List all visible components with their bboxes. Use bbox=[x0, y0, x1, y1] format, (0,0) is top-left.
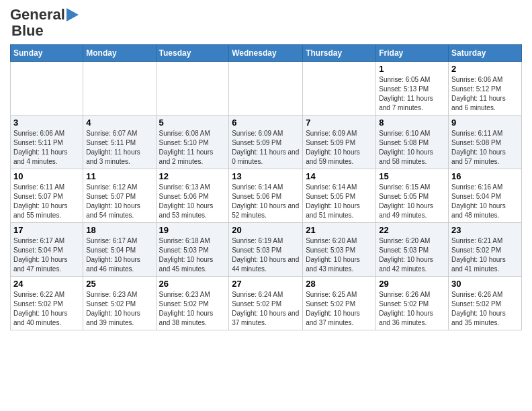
calendar-cell: 30Sunrise: 6:26 AM Sunset: 5:02 PM Dayli… bbox=[449, 277, 522, 330]
calendar-cell: 7Sunrise: 6:09 AM Sunset: 5:09 PM Daylig… bbox=[303, 116, 376, 169]
calendar-cell: 29Sunrise: 6:26 AM Sunset: 5:02 PM Dayli… bbox=[376, 277, 449, 330]
day-info: Sunrise: 6:14 AM Sunset: 5:05 PM Dayligh… bbox=[306, 183, 373, 220]
day-info: Sunrise: 6:18 AM Sunset: 5:03 PM Dayligh… bbox=[159, 236, 226, 274]
calendar-week-row: 17Sunrise: 6:17 AM Sunset: 5:04 PM Dayli… bbox=[11, 223, 522, 277]
day-info: Sunrise: 6:19 AM Sunset: 5:03 PM Dayligh… bbox=[232, 236, 300, 274]
day-info: Sunrise: 6:05 AM Sunset: 5:13 PM Dayligh… bbox=[379, 75, 445, 113]
calendar-header-row: SundayMondayTuesdayWednesdayThursdayFrid… bbox=[11, 45, 522, 62]
day-info: Sunrise: 6:15 AM Sunset: 5:05 PM Dayligh… bbox=[379, 183, 445, 220]
day-number: 28 bbox=[306, 279, 373, 289]
day-number: 27 bbox=[232, 279, 300, 289]
day-info: Sunrise: 6:13 AM Sunset: 5:06 PM Dayligh… bbox=[159, 183, 226, 220]
calendar-cell: 23Sunrise: 6:21 AM Sunset: 5:02 PM Dayli… bbox=[449, 223, 522, 277]
calendar-cell: 25Sunrise: 6:23 AM Sunset: 5:02 PM Dayli… bbox=[83, 277, 156, 330]
day-info: Sunrise: 6:26 AM Sunset: 5:02 PM Dayligh… bbox=[451, 290, 519, 328]
day-number: 3 bbox=[13, 118, 80, 128]
weekday-header: Wednesday bbox=[229, 45, 303, 62]
calendar-cell: 2Sunrise: 6:06 AM Sunset: 5:12 PM Daylig… bbox=[449, 62, 522, 116]
day-info: Sunrise: 6:17 AM Sunset: 5:04 PM Dayligh… bbox=[13, 236, 80, 274]
day-info: Sunrise: 6:09 AM Sunset: 5:09 PM Dayligh… bbox=[306, 129, 373, 167]
day-number: 21 bbox=[306, 225, 373, 235]
logo-blue: Blue bbox=[11, 23, 44, 39]
calendar-cell: 5Sunrise: 6:08 AM Sunset: 5:10 PM Daylig… bbox=[156, 116, 229, 169]
day-info: Sunrise: 6:23 AM Sunset: 5:02 PM Dayligh… bbox=[159, 290, 226, 328]
day-number: 26 bbox=[159, 279, 226, 289]
page-header: General Blue bbox=[10, 7, 522, 39]
calendar-cell: 15Sunrise: 6:15 AM Sunset: 5:05 PM Dayli… bbox=[376, 169, 449, 223]
day-number: 25 bbox=[86, 279, 152, 289]
calendar-cell bbox=[83, 62, 156, 116]
day-number: 15 bbox=[379, 171, 445, 181]
day-number: 17 bbox=[13, 225, 80, 235]
calendar-cell: 26Sunrise: 6:23 AM Sunset: 5:02 PM Dayli… bbox=[156, 277, 229, 330]
day-info: Sunrise: 6:11 AM Sunset: 5:08 PM Dayligh… bbox=[451, 129, 519, 167]
day-info: Sunrise: 6:24 AM Sunset: 5:02 PM Dayligh… bbox=[232, 290, 300, 328]
logo-arrow-icon bbox=[66, 8, 79, 21]
day-number: 29 bbox=[379, 279, 445, 289]
day-info: Sunrise: 6:16 AM Sunset: 5:04 PM Dayligh… bbox=[451, 183, 519, 220]
day-info: Sunrise: 6:08 AM Sunset: 5:10 PM Dayligh… bbox=[159, 129, 226, 167]
day-number: 23 bbox=[451, 225, 519, 235]
calendar-week-row: 1Sunrise: 6:05 AM Sunset: 5:13 PM Daylig… bbox=[11, 62, 522, 116]
day-number: 14 bbox=[306, 171, 373, 181]
day-number: 11 bbox=[86, 171, 152, 181]
day-number: 13 bbox=[232, 171, 300, 181]
day-number: 30 bbox=[451, 279, 519, 289]
calendar-cell: 8Sunrise: 6:10 AM Sunset: 5:08 PM Daylig… bbox=[376, 116, 449, 169]
calendar-cell: 28Sunrise: 6:25 AM Sunset: 5:02 PM Dayli… bbox=[303, 277, 376, 330]
logo: General Blue bbox=[10, 7, 79, 39]
calendar-cell: 12Sunrise: 6:13 AM Sunset: 5:06 PM Dayli… bbox=[156, 169, 229, 223]
calendar-cell: 27Sunrise: 6:24 AM Sunset: 5:02 PM Dayli… bbox=[229, 277, 303, 330]
calendar-week-row: 3Sunrise: 6:06 AM Sunset: 5:11 PM Daylig… bbox=[11, 116, 522, 169]
calendar-week-row: 10Sunrise: 6:11 AM Sunset: 5:07 PM Dayli… bbox=[11, 169, 522, 223]
calendar-cell: 11Sunrise: 6:12 AM Sunset: 5:07 PM Dayli… bbox=[83, 169, 156, 223]
weekday-header: Saturday bbox=[449, 45, 522, 62]
calendar-table: SundayMondayTuesdayWednesdayThursdayFrid… bbox=[10, 44, 522, 330]
calendar-cell: 22Sunrise: 6:20 AM Sunset: 5:03 PM Dayli… bbox=[376, 223, 449, 277]
day-number: 10 bbox=[13, 171, 80, 181]
calendar-cell: 6Sunrise: 6:09 AM Sunset: 5:09 PM Daylig… bbox=[229, 116, 303, 169]
logo-general: General bbox=[10, 7, 65, 23]
day-number: 19 bbox=[159, 225, 226, 235]
calendar-cell: 1Sunrise: 6:05 AM Sunset: 5:13 PM Daylig… bbox=[376, 62, 449, 116]
day-number: 18 bbox=[86, 225, 152, 235]
calendar-cell: 16Sunrise: 6:16 AM Sunset: 5:04 PM Dayli… bbox=[449, 169, 522, 223]
day-number: 12 bbox=[159, 171, 226, 181]
calendar-cell: 18Sunrise: 6:17 AM Sunset: 5:04 PM Dayli… bbox=[83, 223, 156, 277]
day-info: Sunrise: 6:26 AM Sunset: 5:02 PM Dayligh… bbox=[379, 290, 445, 328]
calendar-cell: 9Sunrise: 6:11 AM Sunset: 5:08 PM Daylig… bbox=[449, 116, 522, 169]
day-number: 16 bbox=[451, 171, 519, 181]
calendar-cell: 21Sunrise: 6:20 AM Sunset: 5:03 PM Dayli… bbox=[303, 223, 376, 277]
day-number: 9 bbox=[451, 118, 519, 128]
day-info: Sunrise: 6:12 AM Sunset: 5:07 PM Dayligh… bbox=[86, 183, 152, 220]
calendar-cell bbox=[229, 62, 303, 116]
day-info: Sunrise: 6:22 AM Sunset: 5:02 PM Dayligh… bbox=[13, 290, 80, 328]
day-info: Sunrise: 6:06 AM Sunset: 5:11 PM Dayligh… bbox=[13, 129, 80, 167]
weekday-header: Tuesday bbox=[156, 45, 229, 62]
day-info: Sunrise: 6:20 AM Sunset: 5:03 PM Dayligh… bbox=[306, 236, 373, 274]
day-info: Sunrise: 6:25 AM Sunset: 5:02 PM Dayligh… bbox=[306, 290, 373, 328]
calendar-cell: 19Sunrise: 6:18 AM Sunset: 5:03 PM Dayli… bbox=[156, 223, 229, 277]
day-number: 20 bbox=[232, 225, 300, 235]
day-info: Sunrise: 6:06 AM Sunset: 5:12 PM Dayligh… bbox=[451, 75, 519, 113]
day-info: Sunrise: 6:07 AM Sunset: 5:11 PM Dayligh… bbox=[86, 129, 152, 167]
day-info: Sunrise: 6:14 AM Sunset: 5:06 PM Dayligh… bbox=[232, 183, 300, 220]
calendar-week-row: 24Sunrise: 6:22 AM Sunset: 5:02 PM Dayli… bbox=[11, 277, 522, 330]
day-number: 24 bbox=[13, 279, 80, 289]
weekday-header: Monday bbox=[83, 45, 156, 62]
day-number: 6 bbox=[232, 118, 300, 128]
day-info: Sunrise: 6:21 AM Sunset: 5:02 PM Dayligh… bbox=[451, 236, 519, 274]
calendar-cell: 4Sunrise: 6:07 AM Sunset: 5:11 PM Daylig… bbox=[83, 116, 156, 169]
day-number: 22 bbox=[379, 225, 445, 235]
weekday-header: Sunday bbox=[11, 45, 83, 62]
day-info: Sunrise: 6:10 AM Sunset: 5:08 PM Dayligh… bbox=[379, 129, 445, 167]
calendar-cell bbox=[303, 62, 376, 116]
day-info: Sunrise: 6:11 AM Sunset: 5:07 PM Dayligh… bbox=[13, 183, 80, 220]
calendar-cell: 3Sunrise: 6:06 AM Sunset: 5:11 PM Daylig… bbox=[11, 116, 83, 169]
calendar-cell: 14Sunrise: 6:14 AM Sunset: 5:05 PM Dayli… bbox=[303, 169, 376, 223]
day-info: Sunrise: 6:23 AM Sunset: 5:02 PM Dayligh… bbox=[86, 290, 152, 328]
day-info: Sunrise: 6:20 AM Sunset: 5:03 PM Dayligh… bbox=[379, 236, 445, 274]
weekday-header: Thursday bbox=[303, 45, 376, 62]
calendar-cell bbox=[156, 62, 229, 116]
day-info: Sunrise: 6:09 AM Sunset: 5:09 PM Dayligh… bbox=[232, 129, 300, 167]
